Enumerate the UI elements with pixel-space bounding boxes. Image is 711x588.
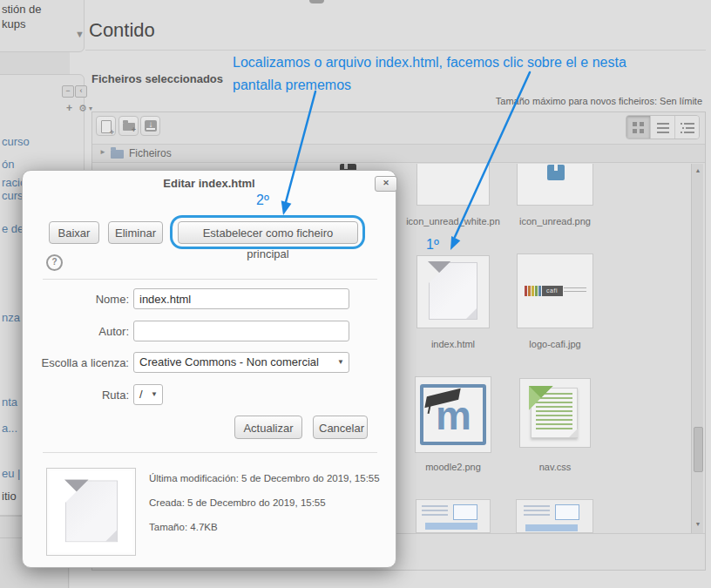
section-collapse-caret-icon[interactable]: ▼ bbox=[75, 29, 85, 39]
new-file-icon bbox=[101, 120, 112, 133]
folder-add-icon bbox=[123, 123, 135, 131]
selected-files-label: Ficheiros seleccionados bbox=[91, 72, 223, 85]
scroll-down-icon[interactable]: ▼ bbox=[692, 521, 704, 527]
scrollbar-thumb[interactable] bbox=[694, 427, 703, 472]
page-title: Contido bbox=[89, 19, 155, 42]
new-file-button[interactable] bbox=[96, 116, 116, 136]
css-file-icon bbox=[529, 386, 581, 440]
view-list-button[interactable] bbox=[650, 116, 674, 139]
sidebar-link[interactable]: nta bbox=[2, 395, 17, 409]
download-button[interactable]: Baixar bbox=[49, 221, 99, 244]
file-name[interactable]: logo-cafi.jpg bbox=[517, 339, 593, 349]
chevron-down-icon: ▼ bbox=[151, 385, 158, 404]
sidebar-link[interactable]: nza bbox=[2, 311, 20, 324]
file-name[interactable]: icon_unread_white.pn bbox=[399, 216, 507, 226]
path-select[interactable]: / ▼ bbox=[133, 384, 163, 405]
sidebar-text-fragment: itio bbox=[2, 490, 17, 503]
license-value: Creative Commons - Non comercial bbox=[139, 355, 319, 368]
sidebar-link[interactable]: ón bbox=[2, 158, 14, 171]
view-tree-button[interactable] bbox=[674, 116, 699, 139]
file-preview-thumbnail bbox=[46, 468, 136, 556]
name-label: Nome: bbox=[23, 293, 129, 306]
delete-button[interactable]: Eliminar bbox=[108, 221, 163, 244]
max-upload-size-note: Tamaño máximo para novos ficheiros: Sen … bbox=[441, 96, 702, 106]
heading-divider bbox=[85, 50, 706, 51]
dialog-divider bbox=[43, 452, 377, 453]
modified-date: Última modificación: 5 de Decembro do 20… bbox=[149, 473, 380, 483]
license-label: Escolla a licenza: bbox=[23, 356, 129, 369]
list-view-icon bbox=[657, 123, 669, 133]
update-button[interactable]: Actualizar bbox=[234, 416, 302, 439]
license-select[interactable]: Creative Commons - Non comercial ▼ bbox=[133, 352, 349, 373]
screenshot-root: stión de kups − ‹ + ⚙ ▾ curso ón ración … bbox=[0, 0, 711, 588]
block-collapse-icon[interactable]: − bbox=[62, 85, 74, 98]
sidebar-text-fragment: kups bbox=[2, 17, 25, 30]
sidebar-text-fragment: stión de bbox=[2, 3, 42, 16]
moodle-logo-icon: m bbox=[420, 384, 486, 445]
file-thumb-moodle2[interactable]: m bbox=[415, 376, 491, 453]
path-value: / bbox=[139, 388, 143, 401]
view-grid-button[interactable] bbox=[626, 116, 650, 139]
block-dock-icon[interactable]: ‹ bbox=[75, 85, 87, 98]
dialog-divider bbox=[43, 279, 377, 280]
file-thumb-icon-unread-white[interactable] bbox=[416, 164, 490, 206]
breadcrumb-caret-icon[interactable]: ► bbox=[99, 148, 106, 156]
highlight-ring-annotation bbox=[170, 215, 365, 249]
file-thumb-index-html[interactable] bbox=[416, 255, 490, 328]
html-page-icon bbox=[61, 479, 121, 545]
path-label: Ruta: bbox=[23, 389, 129, 402]
clipped-top-element bbox=[309, 0, 324, 3]
cancel-button[interactable]: Cancelar bbox=[313, 416, 368, 439]
download-icon: ↓ bbox=[145, 120, 157, 132]
author-label: Autor: bbox=[23, 325, 129, 338]
sidebar-link[interactable]: eu | bbox=[2, 467, 20, 480]
create-folder-button[interactable] bbox=[118, 116, 139, 136]
html-page-icon bbox=[425, 261, 481, 322]
sidebar-link[interactable]: a... bbox=[2, 422, 17, 435]
author-field[interactable] bbox=[133, 321, 349, 341]
download-all-button[interactable]: ↓ bbox=[140, 116, 160, 136]
file-name[interactable]: icon_unread.png bbox=[517, 216, 593, 226]
grid-view-icon bbox=[633, 122, 644, 133]
file-thumb-logo-cafi[interactable]: cafi bbox=[517, 253, 593, 328]
edit-file-dialog: Editar index.html ✕ Baixar Eliminar Esta… bbox=[22, 170, 396, 568]
close-icon[interactable]: ✕ bbox=[375, 176, 397, 192]
block-move-icon[interactable]: + bbox=[66, 102, 72, 114]
folder-icon bbox=[111, 150, 124, 159]
breadcrumb-root[interactable]: Ficheiros bbox=[129, 147, 172, 159]
unread-file-icon bbox=[547, 165, 565, 180]
scrollbar[interactable]: ▲ ▼ bbox=[691, 164, 703, 533]
file-name[interactable]: nav.css bbox=[519, 462, 591, 472]
chevron-down-icon: ▼ bbox=[337, 353, 344, 372]
file-thumb-screenshot[interactable] bbox=[416, 499, 491, 533]
cafi-logo-icon: cafi bbox=[525, 286, 586, 296]
breadcrumb bbox=[92, 144, 705, 163]
help-icon[interactable]: ? bbox=[46, 254, 63, 271]
gear-icon[interactable]: ⚙ bbox=[78, 103, 87, 114]
sidebar-link[interactable]: curs bbox=[2, 189, 24, 202]
sidebar-link[interactable]: curso bbox=[2, 135, 30, 148]
created-date: Creada: 5 de Decembro do 2019, 15:55 bbox=[149, 497, 326, 508]
view-mode-toggle bbox=[626, 115, 700, 139]
name-field[interactable] bbox=[133, 288, 349, 309]
file-thumb-nav-css[interactable] bbox=[519, 378, 591, 448]
file-thumb-screenshot[interactable] bbox=[516, 499, 593, 533]
dialog-title: Editar index.html bbox=[23, 177, 396, 190]
tree-view-icon bbox=[681, 123, 694, 133]
file-name[interactable]: index.html bbox=[416, 339, 490, 349]
scroll-up-icon[interactable]: ▲ bbox=[692, 167, 704, 173]
file-size: Tamaño: 4.7KB bbox=[149, 522, 218, 532]
file-name[interactable]: moodle2.png bbox=[415, 462, 491, 472]
sidebar-link[interactable]: e de bbox=[2, 222, 24, 235]
